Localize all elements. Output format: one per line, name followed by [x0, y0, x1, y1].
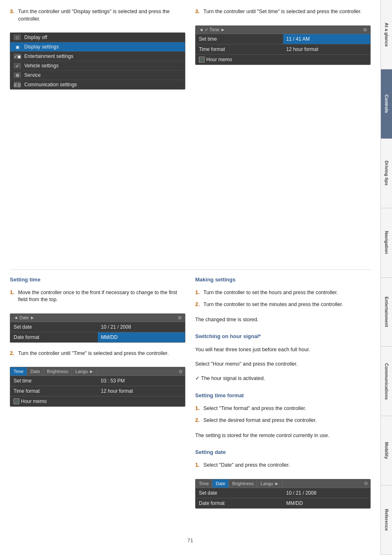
step-num: 1.	[195, 405, 201, 412]
menu-icon: ((·))	[14, 82, 21, 88]
date-screen: ◄ Date ► ⊙ Set date 10 / 21 / 2008Date f…	[10, 313, 185, 343]
checkbox-icon: ✓	[199, 57, 205, 62]
sidebar-section-driving-tips: Driving tips	[381, 139, 392, 208]
menu-item: ✓▣ Entertainment settings	[10, 52, 185, 61]
top-right-step-text: Turn the controller until "Set time" is …	[203, 8, 362, 16]
menu-item-label: Communication settings	[24, 82, 77, 88]
step-text: Select "Time format" and press the contr…	[203, 405, 306, 412]
menu-item: ▣ Display settings	[10, 42, 185, 52]
setting-date-heading: Setting date	[195, 449, 371, 455]
row-label: Set time	[196, 34, 283, 44]
step1-text: Move the controller once to the front if…	[18, 289, 185, 304]
time-tabs-screen: TimeDateBrightnessLangu ►⊙ Set time 03 :…	[10, 367, 185, 407]
sidebar-section-controls: Controls	[381, 69, 392, 139]
hour-signal-heading: Switching on hour signal*	[195, 333, 371, 339]
table-row: Date format MM/DD	[196, 498, 370, 508]
menu-item: ✓ Vehicle settings	[10, 61, 185, 71]
time-screen-header-icon: ⊙	[363, 27, 367, 32]
tab-item[interactable]: Date	[27, 367, 44, 375]
menu-item-label: Display off	[24, 35, 47, 40]
making-step: 2. Turn the controller to set the minute…	[195, 301, 371, 309]
setting-date-step: 1. Select "Date" and press the controlle…	[195, 462, 371, 469]
date-nav: ◄ Date ►	[14, 315, 35, 320]
table-row: Set date 10 / 21 / 2008	[10, 322, 185, 332]
row-label: Time format	[10, 386, 98, 396]
table-row: Time format 12 hour format	[10, 386, 185, 396]
display-settings-screen: □ Display off▣ Display settings✓▣ Entert…	[10, 32, 185, 90]
making-settings-heading: Making settings	[195, 276, 371, 283]
row-label: Date format	[196, 498, 283, 508]
table-row: Set date 10 / 21 / 2008	[196, 488, 370, 498]
table-row: Set time 11 / 41 AM	[196, 34, 370, 44]
step-num: 1.	[195, 289, 201, 297]
sidebar-section-navigation: Navigation	[381, 208, 392, 278]
time-format-step: 2. Select the desired format and press t…	[195, 417, 371, 424]
tab-item[interactable]: Brightness	[229, 479, 257, 488]
menu-icon: ✓	[14, 63, 21, 69]
time-format-note: The setting is stored for the remote con…	[195, 432, 371, 440]
step-text: Turn the controller to set the hours and…	[203, 289, 338, 297]
date-screen-icon: ⊙	[178, 315, 182, 320]
step-text: Turn the controller to set the minutes a…	[203, 301, 343, 309]
row-label: Set time	[10, 376, 98, 386]
tab-item[interactable]: Brightness	[44, 367, 72, 375]
checkbox-label: Hour memo	[206, 57, 232, 62]
table-row: Date format MM/DD	[10, 332, 185, 342]
table-row: Set time 03 : 53 PM	[10, 376, 185, 386]
setting-time-heading: Setting time	[10, 276, 185, 283]
row-label: Set date	[196, 488, 283, 498]
sidebar-section-entertainment: Entertainment	[381, 278, 392, 347]
top-left-step-text: Turn the controller until "Display setti…	[18, 8, 185, 23]
tab-item[interactable]: Langu ►	[72, 367, 97, 375]
hour-signal-text2: Select "Hour memo" and press the control…	[195, 360, 371, 368]
menu-item-label: Display settings	[24, 44, 59, 50]
tab-arrow-icon: ⊙	[176, 367, 185, 375]
checkbox-row: ✓ Hour memo	[10, 396, 185, 406]
step-num: 1.	[195, 462, 201, 469]
step-num: 2.	[195, 417, 201, 424]
making-settings-note: The changed time is stored.	[195, 316, 371, 324]
step-text: Select the desired format and press the …	[203, 417, 317, 424]
hour-signal-text3: ✓ The hour signal is activated.	[195, 375, 371, 382]
checkbox-label: Hour memo	[21, 398, 47, 404]
menu-item-label: Entertainment settings	[24, 53, 73, 59]
row-label: Time format	[196, 44, 283, 54]
menu-icon: ✓▣	[14, 53, 21, 59]
chapter-sidebar: At a glanceControlsDriving tipsNavigatio…	[380, 0, 392, 555]
row-label: Date format	[10, 332, 98, 342]
row-value: 03 : 53 PM	[98, 376, 185, 386]
row-value: 11 / 41 AM	[283, 34, 371, 44]
step2-text: Turn the controller until "Time" is sele…	[18, 350, 168, 357]
tab-item[interactable]: Langu ►	[257, 479, 283, 488]
step1-num: 1.	[10, 289, 16, 304]
top-right-step-num: 3.	[195, 8, 201, 16]
date-tabs-screen: TimeDateBrightnessLangu ►⊙ Set date 10 /…	[195, 479, 371, 509]
time-screen-header-nav: ◄ ✓ Time ►	[199, 27, 225, 32]
set-time-screen: ◄ ✓ Time ► ⊙ Set time 11 / 41 AMTime for…	[195, 25, 371, 65]
tab-item[interactable]: Date	[212, 479, 229, 488]
sidebar-section-reference: Reference	[381, 486, 392, 555]
row-value: 12 hour format	[283, 44, 371, 54]
sidebar-section-mobility: Mobility	[381, 416, 392, 486]
menu-item-label: Service	[24, 72, 41, 78]
step-text: Select "Date" and press the controller.	[203, 462, 290, 469]
row-value: 10 / 21 / 2008	[98, 322, 185, 332]
time-format-heading: Setting time format	[195, 392, 371, 398]
tab-arrow-icon: ⊙	[362, 479, 370, 488]
tab-item[interactable]: Time	[10, 367, 27, 375]
sidebar-section-communications: Communications	[381, 347, 392, 416]
row-value: MM/DD	[98, 332, 185, 342]
menu-icon: ⚙	[14, 72, 21, 78]
tab-item[interactable]: Time	[196, 479, 212, 488]
sidebar-section-at-a-glance: At a glance	[381, 0, 392, 69]
making-step: 1. Turn the controller to set the hours …	[195, 289, 371, 297]
hour-signal-text1: You will hear three tones just before ea…	[195, 346, 371, 354]
row-value: 10 / 21 / 2008	[283, 488, 371, 498]
step-num: 2.	[195, 301, 201, 309]
step2-num: 2.	[10, 350, 16, 357]
menu-item: ⚙ Service	[10, 71, 185, 80]
row-value: 12 hour format	[98, 386, 185, 396]
page-number: 71	[10, 537, 371, 547]
menu-icon: ▣	[14, 44, 21, 50]
menu-item-label: Vehicle settings	[24, 63, 58, 69]
